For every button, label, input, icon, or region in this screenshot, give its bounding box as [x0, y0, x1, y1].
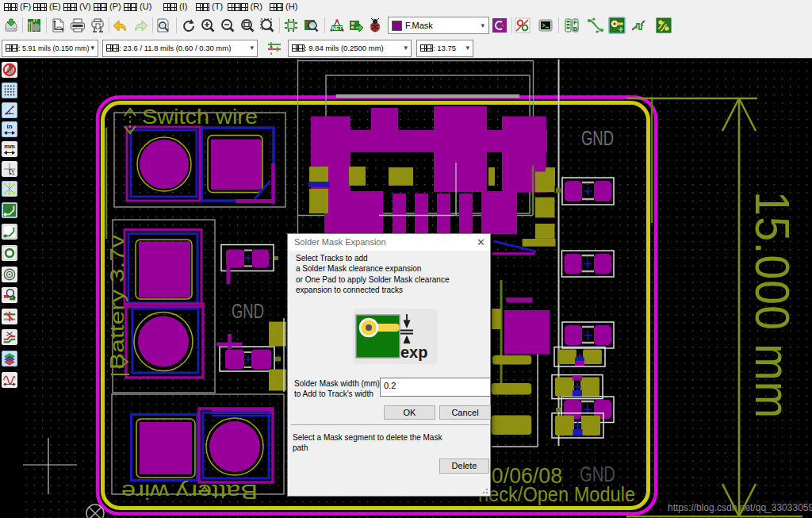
svg-text:heck/Open Module: heck/Open Module — [478, 482, 635, 506]
svg-text:Battery wire: Battery wire — [121, 480, 258, 504]
svg-text:Switch wire: Switch wire — [142, 105, 258, 129]
svg-text:NET: NET — [332, 25, 343, 31]
svg-text:GND: GND — [232, 299, 264, 323]
svg-text:15.000 mm: 15.000 mm — [745, 191, 800, 419]
svg-text:in: in — [6, 123, 12, 130]
svg-text:B: B — [573, 25, 578, 33]
svg-text:GND: GND — [581, 127, 614, 149]
svg-text:mm: mm — [4, 143, 15, 150]
svg-text:exp: exp — [400, 343, 427, 361]
svg-text:Battery 3.7v: Battery 3.7v — [106, 235, 128, 370]
